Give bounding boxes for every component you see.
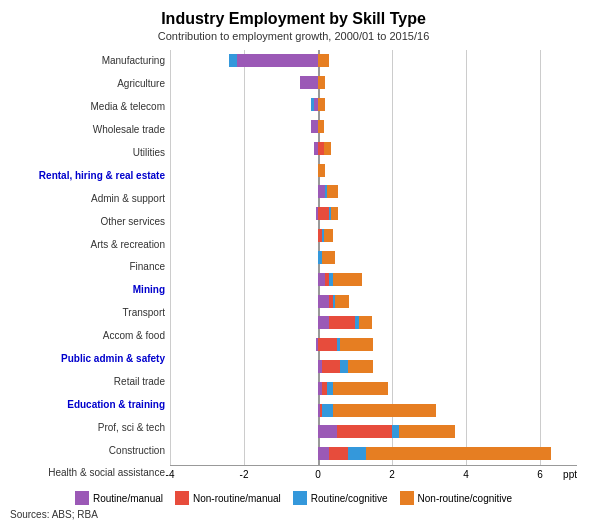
bar-segment xyxy=(318,76,325,89)
legend-swatch xyxy=(175,491,189,505)
bar-segment xyxy=(318,120,324,133)
bar-segment xyxy=(392,425,399,438)
bar-segment xyxy=(318,98,325,111)
bar-row xyxy=(170,205,577,223)
bar-segment xyxy=(399,425,455,438)
chart-subtitle: Contribution to employment growth, 2000/… xyxy=(10,30,577,42)
bar-segment xyxy=(300,76,319,89)
bar-segment xyxy=(318,54,329,67)
bar-row xyxy=(170,52,577,70)
chart-container: Industry Employment by Skill Type Contri… xyxy=(0,0,597,530)
y-label: Prof, sci & tech xyxy=(98,419,165,437)
bar-segment xyxy=(318,207,329,220)
bar-segment xyxy=(322,360,341,373)
y-labels: ManufacturingAgricultureMedia & telecomW… xyxy=(10,50,170,485)
bar-segment xyxy=(318,447,329,460)
bar-row xyxy=(170,96,577,114)
y-label: Construction xyxy=(109,442,165,460)
bar-segment xyxy=(322,251,335,264)
bar-row xyxy=(170,358,577,376)
x-axis-unit: ppt xyxy=(563,469,577,480)
bar-segment xyxy=(331,207,338,220)
bar-row xyxy=(170,161,577,179)
bar-segment xyxy=(348,360,374,373)
x-axis: -4-20246ppt xyxy=(170,465,577,485)
bar-segment xyxy=(229,54,236,67)
y-label: Public admin & safety xyxy=(61,350,165,368)
grid-and-bars xyxy=(170,50,577,465)
y-label: Admin & support xyxy=(91,190,165,208)
bar-segment xyxy=(318,338,337,351)
bars-rows xyxy=(170,50,577,465)
bar-row xyxy=(170,445,577,463)
bar-row xyxy=(170,401,577,419)
bar-segment xyxy=(340,360,347,373)
bar-segment xyxy=(318,425,337,438)
y-label: Other services xyxy=(101,213,165,231)
bar-segment xyxy=(333,382,389,395)
x-tick-label: 0 xyxy=(315,469,321,480)
bar-segment xyxy=(366,447,551,460)
y-label: Manufacturing xyxy=(102,52,165,70)
bar-segment xyxy=(318,273,325,286)
y-label: Transport xyxy=(123,304,165,322)
x-tick-label: 4 xyxy=(463,469,469,480)
bar-row xyxy=(170,314,577,332)
bar-row xyxy=(170,117,577,135)
bar-segment xyxy=(340,338,373,351)
y-label: Rental, hiring & real estate xyxy=(39,167,165,185)
source: Sources: ABS; RBA xyxy=(10,509,577,520)
x-tick-label: 6 xyxy=(537,469,543,480)
x-tick-label: 2 xyxy=(389,469,395,480)
legend-swatch xyxy=(75,491,89,505)
y-label: Arts & recreation xyxy=(91,236,165,254)
legend-item: Routine/manual xyxy=(75,491,163,505)
y-label: Health & social assistance xyxy=(48,464,165,482)
bar-segment xyxy=(359,316,372,329)
legend-swatch xyxy=(400,491,414,505)
bar-row xyxy=(170,74,577,92)
bar-segment xyxy=(329,316,355,329)
bar-segment xyxy=(333,273,363,286)
legend-label: Routine/manual xyxy=(93,493,163,504)
legend-label: Non-routine/cognitive xyxy=(418,493,513,504)
y-label: Agriculture xyxy=(117,75,165,93)
bar-segment xyxy=(318,316,329,329)
x-tick-label: -4 xyxy=(166,469,175,480)
bar-row xyxy=(170,270,577,288)
bar-row xyxy=(170,336,577,354)
legend-item: Non-routine/manual xyxy=(175,491,281,505)
y-label: Education & training xyxy=(67,396,165,414)
bar-segment xyxy=(311,120,318,133)
y-label: Mining xyxy=(133,281,165,299)
y-label: Accom & food xyxy=(103,327,165,345)
bars-area: -4-20246ppt xyxy=(170,50,577,485)
legend-item: Routine/cognitive xyxy=(293,491,388,505)
bar-row xyxy=(170,292,577,310)
bar-row xyxy=(170,227,577,245)
bar-segment xyxy=(311,98,315,111)
y-label: Wholesale trade xyxy=(93,121,165,139)
x-tick-label: -2 xyxy=(240,469,249,480)
legend: Routine/manualNon-routine/manualRoutine/… xyxy=(10,491,577,505)
bar-segment xyxy=(348,447,367,460)
legend-item: Non-routine/cognitive xyxy=(400,491,513,505)
bar-row xyxy=(170,139,577,157)
bar-segment xyxy=(324,142,331,155)
bar-row xyxy=(170,248,577,266)
y-label: Retail trade xyxy=(114,373,165,391)
bar-segment xyxy=(237,54,318,67)
bar-segment xyxy=(333,404,437,417)
bar-segment xyxy=(324,229,333,242)
bar-segment xyxy=(318,185,325,198)
bar-row xyxy=(170,379,577,397)
bar-row xyxy=(170,423,577,441)
legend-swatch xyxy=(293,491,307,505)
bar-segment xyxy=(318,164,325,177)
legend-label: Routine/cognitive xyxy=(311,493,388,504)
bar-row xyxy=(170,183,577,201)
bar-segment xyxy=(335,295,350,308)
y-label: Utilities xyxy=(133,144,165,162)
bar-segment xyxy=(322,404,333,417)
bar-segment xyxy=(337,425,393,438)
